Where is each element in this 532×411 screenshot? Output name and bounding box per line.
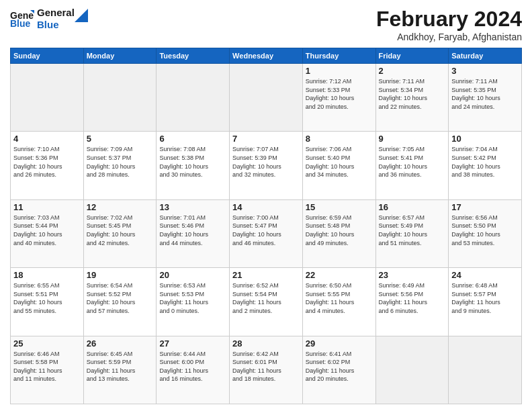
calendar-day-cell: 26Sunrise: 6:45 AM Sunset: 5:59 PM Dayli… — [83, 336, 157, 404]
header: General Blue General Blue February 2024 … — [10, 7, 522, 42]
logo-triangle-icon — [75, 9, 88, 22]
day-number: 6 — [159, 134, 226, 144]
day-info: Sunrise: 6:50 AM Sunset: 5:55 PM Dayligh… — [306, 281, 373, 315]
day-info: Sunrise: 7:09 AM Sunset: 5:37 PM Dayligh… — [87, 145, 154, 179]
calendar-week-row: 4Sunrise: 7:10 AM Sunset: 5:36 PM Daylig… — [11, 132, 522, 199]
day-number: 12 — [87, 202, 154, 212]
calendar-day-cell: 1Sunrise: 7:12 AM Sunset: 5:33 PM Daylig… — [302, 64, 375, 132]
day-number: 15 — [306, 202, 373, 212]
calendar-day-cell: 6Sunrise: 7:08 AM Sunset: 5:38 PM Daylig… — [157, 132, 230, 199]
day-info: Sunrise: 6:48 AM Sunset: 5:57 PM Dayligh… — [451, 281, 519, 315]
day-info: Sunrise: 7:02 AM Sunset: 5:45 PM Dayligh… — [87, 214, 154, 247]
calendar-header-row: SundayMondayTuesdayWednesdayThursdayFrid… — [11, 48, 522, 64]
calendar-week-row: 11Sunrise: 7:03 AM Sunset: 5:44 PM Dayli… — [11, 199, 522, 267]
day-number: 9 — [379, 134, 446, 144]
calendar-day-cell: 4Sunrise: 7:10 AM Sunset: 5:36 PM Daylig… — [11, 132, 84, 199]
day-number: 2 — [379, 66, 446, 76]
day-info: Sunrise: 6:56 AM Sunset: 5:50 PM Dayligh… — [451, 214, 519, 247]
day-number: 1 — [306, 66, 373, 76]
calendar-week-row: 1Sunrise: 7:12 AM Sunset: 5:33 PM Daylig… — [11, 64, 522, 132]
subtitle: Andkhoy, Faryab, Afghanistan — [376, 32, 522, 42]
calendar-day-cell: 12Sunrise: 7:02 AM Sunset: 5:45 PM Dayli… — [83, 199, 157, 267]
calendar-week-row: 18Sunrise: 6:55 AM Sunset: 5:51 PM Dayli… — [11, 268, 522, 336]
day-number: 18 — [13, 270, 81, 280]
day-number: 8 — [306, 134, 373, 144]
day-info: Sunrise: 7:01 AM Sunset: 5:46 PM Dayligh… — [159, 214, 226, 247]
calendar-day-header: Tuesday — [157, 48, 230, 64]
calendar-day-cell: 22Sunrise: 6:50 AM Sunset: 5:55 PM Dayli… — [302, 268, 375, 336]
day-number: 16 — [379, 202, 446, 212]
day-info: Sunrise: 6:52 AM Sunset: 5:54 PM Dayligh… — [232, 281, 300, 315]
calendar-week-row: 25Sunrise: 6:46 AM Sunset: 5:58 PM Dayli… — [11, 336, 522, 404]
day-info: Sunrise: 7:00 AM Sunset: 5:47 PM Dayligh… — [232, 214, 300, 247]
day-number: 25 — [13, 338, 81, 349]
day-info: Sunrise: 6:44 AM Sunset: 6:00 PM Dayligh… — [159, 350, 226, 383]
calendar-day-cell — [230, 64, 303, 132]
calendar-day-cell: 7Sunrise: 7:07 AM Sunset: 5:39 PM Daylig… — [230, 132, 303, 199]
calendar-day-cell: 11Sunrise: 7:03 AM Sunset: 5:44 PM Dayli… — [11, 199, 84, 267]
day-info: Sunrise: 7:10 AM Sunset: 5:36 PM Dayligh… — [13, 145, 81, 179]
day-info: Sunrise: 6:45 AM Sunset: 5:59 PM Dayligh… — [87, 350, 154, 383]
calendar-day-cell: 10Sunrise: 7:04 AM Sunset: 5:42 PM Dayli… — [449, 132, 522, 199]
title-section: February 2024 Andkhoy, Faryab, Afghanist… — [376, 7, 522, 42]
calendar-day-cell — [375, 336, 449, 404]
day-info: Sunrise: 7:06 AM Sunset: 5:40 PM Dayligh… — [306, 145, 373, 179]
day-info: Sunrise: 6:53 AM Sunset: 5:53 PM Dayligh… — [159, 281, 226, 315]
calendar-day-cell: 9Sunrise: 7:05 AM Sunset: 5:41 PM Daylig… — [375, 132, 449, 199]
calendar-table: SundayMondayTuesdayWednesdayThursdayFrid… — [10, 48, 522, 404]
calendar-day-cell: 19Sunrise: 6:54 AM Sunset: 5:52 PM Dayli… — [83, 268, 157, 336]
svg-marker-3 — [75, 9, 88, 22]
day-info: Sunrise: 6:49 AM Sunset: 5:56 PM Dayligh… — [379, 281, 446, 315]
day-number: 7 — [232, 134, 300, 144]
calendar-day-header: Sunday — [11, 48, 84, 64]
calendar-day-header: Thursday — [302, 48, 375, 64]
main-title: February 2024 — [376, 7, 522, 32]
calendar-day-cell: 27Sunrise: 6:44 AM Sunset: 6:00 PM Dayli… — [157, 336, 230, 404]
calendar-day-cell: 17Sunrise: 6:56 AM Sunset: 5:50 PM Dayli… — [449, 199, 522, 267]
calendar-day-cell: 29Sunrise: 6:41 AM Sunset: 6:02 PM Dayli… — [302, 336, 375, 404]
calendar-day-cell: 15Sunrise: 6:59 AM Sunset: 5:48 PM Dayli… — [302, 199, 375, 267]
calendar-day-cell: 8Sunrise: 7:06 AM Sunset: 5:40 PM Daylig… — [302, 132, 375, 199]
day-info: Sunrise: 6:46 AM Sunset: 5:58 PM Dayligh… — [13, 350, 81, 383]
day-number: 11 — [13, 202, 81, 212]
calendar-day-cell: 28Sunrise: 6:42 AM Sunset: 6:01 PM Dayli… — [230, 336, 303, 404]
day-info: Sunrise: 7:12 AM Sunset: 5:33 PM Dayligh… — [306, 77, 373, 111]
day-info: Sunrise: 7:04 AM Sunset: 5:42 PM Dayligh… — [451, 145, 519, 179]
calendar-day-cell — [449, 336, 522, 404]
day-number: 21 — [232, 270, 300, 280]
calendar-day-cell: 14Sunrise: 7:00 AM Sunset: 5:47 PM Dayli… — [230, 199, 303, 267]
day-number: 5 — [87, 134, 154, 144]
day-number: 24 — [451, 270, 519, 280]
day-info: Sunrise: 6:54 AM Sunset: 5:52 PM Dayligh… — [87, 281, 154, 315]
day-info: Sunrise: 7:03 AM Sunset: 5:44 PM Dayligh… — [13, 214, 81, 247]
calendar-day-header: Wednesday — [230, 48, 303, 64]
calendar-day-cell: 2Sunrise: 7:11 AM Sunset: 5:34 PM Daylig… — [375, 64, 449, 132]
day-number: 4 — [13, 134, 81, 144]
day-info: Sunrise: 6:41 AM Sunset: 6:02 PM Dayligh… — [306, 350, 373, 383]
day-number: 19 — [87, 270, 154, 280]
calendar-day-cell: 23Sunrise: 6:49 AM Sunset: 5:56 PM Dayli… — [375, 268, 449, 336]
day-number: 23 — [379, 270, 446, 280]
day-info: Sunrise: 6:57 AM Sunset: 5:49 PM Dayligh… — [379, 214, 446, 247]
day-number: 13 — [159, 202, 226, 212]
day-info: Sunrise: 7:07 AM Sunset: 5:39 PM Dayligh… — [232, 145, 300, 179]
calendar-day-header: Saturday — [449, 48, 522, 64]
logo-line2: Blue — [37, 19, 75, 31]
day-number: 26 — [87, 338, 154, 349]
day-info: Sunrise: 6:42 AM Sunset: 6:01 PM Dayligh… — [232, 350, 300, 383]
logo-icon: General Blue — [10, 7, 34, 31]
svg-text:Blue: Blue — [10, 18, 31, 29]
day-number: 29 — [306, 338, 373, 349]
calendar-day-cell: 13Sunrise: 7:01 AM Sunset: 5:46 PM Dayli… — [157, 199, 230, 267]
logo: General Blue General Blue — [10, 7, 88, 31]
calendar-day-cell: 21Sunrise: 6:52 AM Sunset: 5:54 PM Dayli… — [230, 268, 303, 336]
day-number: 22 — [306, 270, 373, 280]
calendar-day-header: Friday — [375, 48, 449, 64]
calendar-day-cell: 16Sunrise: 6:57 AM Sunset: 5:49 PM Dayli… — [375, 199, 449, 267]
day-info: Sunrise: 6:59 AM Sunset: 5:48 PM Dayligh… — [306, 214, 373, 247]
day-number: 10 — [451, 134, 519, 144]
calendar-day-cell — [83, 64, 157, 132]
page: General Blue General Blue February 2024 … — [0, 0, 532, 411]
day-number: 20 — [159, 270, 226, 280]
calendar-day-cell: 24Sunrise: 6:48 AM Sunset: 5:57 PM Dayli… — [449, 268, 522, 336]
